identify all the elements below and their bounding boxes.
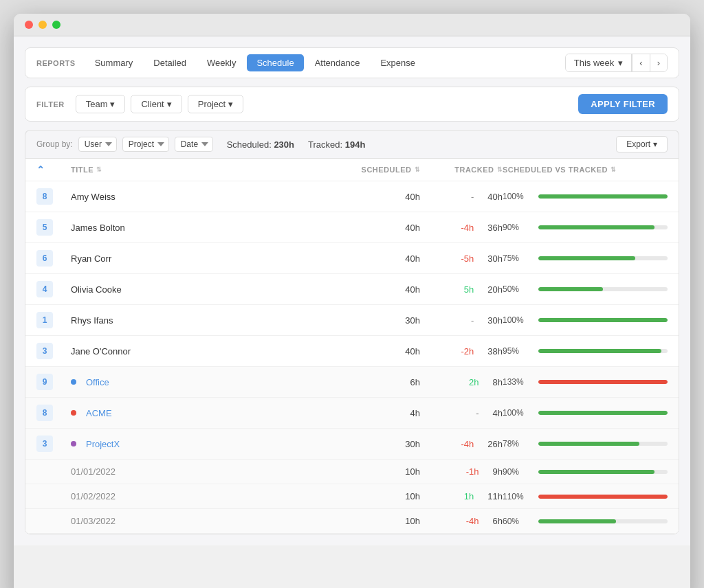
week-selector: This week ▾ ‹ ›	[565, 54, 668, 72]
scheduled-stat: Scheduled: 230h	[227, 139, 294, 150]
progress-bar-fill	[538, 442, 639, 446]
group-by-label: Group by:	[36, 139, 73, 149]
client-filter[interactable]: Client ▾	[131, 95, 182, 113]
progress-bar-background	[538, 442, 668, 446]
maximize-button[interactable]	[52, 21, 60, 29]
table-row: 01/03/202210h-4h6h60%	[25, 509, 679, 534]
row-title[interactable]: Office	[86, 377, 109, 387]
group-by-project-select[interactable]: Project	[122, 137, 169, 152]
tab-summary[interactable]: Summary	[85, 54, 143, 71]
progress-cell: 60%	[503, 517, 668, 526]
scheduled-value: 10h	[338, 466, 420, 477]
tracked-cell: 5h20h	[420, 284, 503, 295]
progress-bar-fill	[538, 470, 654, 474]
row-title: Jane O'Connor	[71, 346, 131, 357]
nav-tabs: REPORTS Summary Detailed Weekly Schedule…	[36, 54, 425, 71]
row-number-badge: 1	[36, 312, 53, 328]
tracked-cell: -40h	[420, 192, 503, 202]
close-button[interactable]	[25, 21, 33, 29]
apply-filter-button[interactable]: APPLY FILTER	[578, 94, 668, 114]
tab-schedule[interactable]: Schedule	[247, 54, 303, 71]
percentage-label: 90%	[503, 223, 531, 232]
percentage-label: 50%	[503, 284, 531, 294]
tab-attendance[interactable]: Attendance	[305, 54, 370, 71]
progress-bar-background	[538, 519, 668, 523]
progress-bar-fill	[538, 495, 668, 499]
filter-bar: FILTER Team ▾ Client ▾ Project ▾ APPLY F…	[25, 87, 679, 122]
tracked-value: 36h	[487, 223, 503, 233]
progress-cell: 78%	[503, 439, 668, 449]
row-number-badge: 8	[36, 405, 53, 421]
export-button[interactable]: Export ▾	[616, 136, 668, 152]
chevron-down-icon: ▾	[653, 139, 657, 149]
percentage-label: 110%	[503, 492, 531, 501]
row-title: Amy Weiss	[71, 192, 116, 202]
table-row[interactable]: 9Office6h2h8h133%	[25, 367, 679, 398]
progress-bar-fill	[538, 349, 661, 353]
tab-weekly[interactable]: Weekly	[197, 54, 245, 71]
chevron-down-icon: ▾	[228, 99, 233, 109]
diff-value: -4h	[466, 516, 487, 526]
table-row: 5James Bolton40h-4h36h90%	[25, 212, 679, 243]
row-title[interactable]: ACME	[86, 408, 112, 418]
tracked-cell: 1h11h	[420, 491, 503, 501]
row-title: Olivia Cooke	[71, 284, 122, 295]
table-header: ⌃ TITLE ⇅ SCHEDULED ⇅ TRACKED ⇅ SCHEDULE…	[25, 159, 679, 181]
progress-cell: 75%	[503, 253, 668, 263]
tracked-value: 6h	[493, 516, 503, 526]
row-title: Rhys Ifans	[71, 315, 113, 326]
percentage-label: 75%	[503, 253, 531, 263]
scheduled-value: 40h	[338, 284, 420, 295]
svt-sort-icon: ⇅	[610, 166, 617, 173]
table-row: 01/01/202210h-1h9h90%	[25, 460, 679, 484]
title-cell: Amy Weiss	[71, 192, 338, 202]
top-nav: REPORTS Summary Detailed Weekly Schedule…	[25, 47, 679, 78]
next-week-button[interactable]: ›	[650, 54, 667, 71]
scheduled-value: 40h	[338, 253, 420, 264]
diff-value: 5h	[464, 284, 482, 295]
progress-bar-fill	[538, 256, 635, 260]
diff-value: -4h	[461, 439, 483, 449]
table-row[interactable]: 3ProjectX30h-4h26h78%	[25, 429, 679, 460]
group-bar: Group by: User Project Date Scheduled: 2…	[25, 130, 679, 158]
tracked-value: 40h	[487, 192, 503, 202]
progress-cell: 133%	[503, 377, 668, 387]
scheduled-value: 30h	[338, 315, 420, 326]
percentage-label: 95%	[503, 346, 531, 356]
scheduled-value: 10h	[338, 491, 420, 501]
svt-col-header: SCHEDULED VS TRACKED ⇅	[503, 164, 668, 175]
group-by-user-select[interactable]: User	[78, 137, 117, 152]
tracked-value: 30h	[487, 253, 503, 264]
scheduled-sort-icon: ⇅	[415, 166, 421, 173]
tracked-value: 30h	[487, 315, 503, 326]
row-title: 01/03/2022	[71, 516, 116, 526]
progress-bar-fill	[538, 287, 603, 291]
scheduled-value: 40h	[338, 346, 420, 357]
tracked-value: 26h	[487, 439, 503, 449]
title-cell: Office	[71, 377, 338, 387]
percentage-label: 100%	[503, 315, 531, 325]
diff-value: -1h	[466, 466, 487, 477]
diff-value: -	[471, 192, 482, 202]
progress-cell: 90%	[503, 467, 668, 477]
project-filter[interactable]: Project ▾	[188, 95, 243, 113]
minimize-button[interactable]	[38, 21, 47, 29]
diff-value: -5h	[461, 253, 483, 264]
tab-expense[interactable]: Expense	[371, 54, 425, 71]
title-cell: Rhys Ifans	[71, 315, 338, 326]
row-number-badge: 3	[36, 343, 53, 359]
week-label[interactable]: This week ▾	[566, 54, 632, 71]
group-by-date-select[interactable]: Date	[175, 137, 213, 152]
tracked-value: 11h	[487, 491, 503, 501]
team-filter[interactable]: Team ▾	[76, 95, 126, 113]
progress-bar-background	[538, 256, 668, 260]
title-cell: James Bolton	[71, 223, 338, 233]
table-row: 4Olivia Cooke40h5h20h50%	[25, 274, 679, 305]
progress-cell: 50%	[503, 284, 668, 294]
tracked-stat: Tracked: 194h	[308, 139, 365, 150]
data-table: ⌃ TITLE ⇅ SCHEDULED ⇅ TRACKED ⇅ SCHEDULE…	[25, 158, 679, 534]
prev-week-button[interactable]: ‹	[632, 54, 649, 71]
tab-detailed[interactable]: Detailed	[144, 54, 196, 71]
table-row[interactable]: 8ACME4h-4h100%	[25, 398, 679, 429]
row-title[interactable]: ProjectX	[86, 439, 120, 449]
